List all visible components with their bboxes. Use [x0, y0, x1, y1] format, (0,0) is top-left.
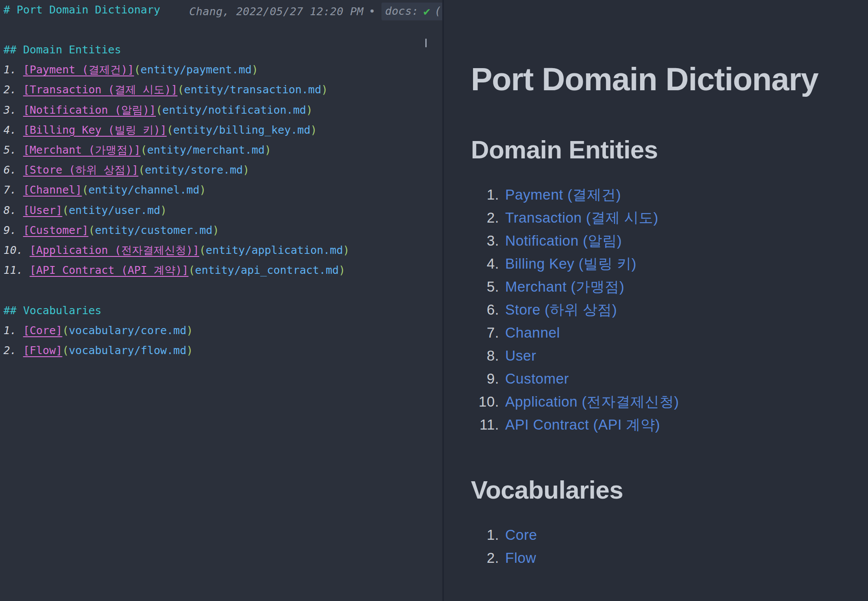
link-target-path[interactable]: entity/notification.md: [162, 104, 306, 116]
link-target-path[interactable]: entity/store.md: [145, 164, 243, 176]
preview-link[interactable]: Application (전자결제신청): [505, 394, 679, 410]
list-number: 7.: [3, 184, 16, 196]
list-number: 1.: [444, 523, 499, 546]
markdown-link[interactable]: [Merchant (가맹점)]: [23, 144, 141, 156]
docs-status-chip[interactable]: docs: ✔ (: [381, 3, 442, 20]
source-blank-line: [3, 280, 349, 300]
preview-link[interactable]: Notification (알림): [505, 233, 622, 249]
source-list-item: 8. [User](entity/user.md): [3, 200, 349, 220]
text-cursor: [425, 39, 427, 47]
source-list-item: 9. [Customer](entity/customer.md): [3, 220, 349, 240]
list-number: 5.: [444, 275, 499, 298]
preview-list-item: 4.Billing Key (빌링 키): [444, 252, 868, 275]
link-target-path[interactable]: vocabulary/core.md: [69, 324, 187, 337]
preview-list-item: 3.Notification (알림): [444, 229, 868, 252]
preview-link[interactable]: Billing Key (빌링 키): [505, 256, 636, 272]
list-number: 10.: [3, 244, 23, 256]
preview-section-heading-vocabularies: Vocabularies: [471, 477, 623, 502]
list-number: 8.: [3, 204, 16, 217]
list-number: 4.: [444, 252, 499, 275]
markdown-link[interactable]: [User]: [23, 204, 62, 217]
list-number: 3.: [444, 229, 499, 252]
paren-close: ): [186, 324, 193, 337]
markdown-preview-pane[interactable]: Port Domain Dictionary Domain Entities 1…: [444, 0, 868, 601]
list-number: 10.: [444, 390, 499, 413]
paren-close: ): [310, 124, 317, 136]
list-number: 9.: [3, 224, 16, 236]
list-number: 5.: [3, 144, 16, 156]
trailing-paren: (: [435, 4, 441, 19]
paren-close: ): [306, 104, 312, 116]
markdown-link[interactable]: [Billing Key (빌링 키)]: [23, 124, 167, 136]
preview-link[interactable]: Core: [505, 527, 537, 543]
markdown-link[interactable]: [Core]: [23, 324, 62, 337]
preview-link[interactable]: Store (하위 상점): [505, 302, 617, 318]
paren-open: (: [62, 324, 69, 337]
markdown-link[interactable]: [Channel]: [23, 184, 82, 196]
markdown-link[interactable]: [Flow]: [23, 344, 62, 357]
markdown-link[interactable]: [Store (하위 상점)]: [23, 164, 138, 176]
check-icon: ✔: [423, 4, 430, 19]
link-target-path[interactable]: entity/user.md: [69, 204, 161, 217]
preview-entity-list: 1.Payment (결제건)2.Transaction (결제 시도)3.No…: [444, 183, 868, 436]
preview-list-item: 10.Application (전자결제신청): [444, 390, 868, 413]
link-target-path[interactable]: entity/api_contract.md: [195, 264, 339, 276]
markdown-link[interactable]: [Transaction (결제 시도)]: [23, 83, 178, 96]
markdown-link[interactable]: [API Contract (API 계약)]: [30, 264, 188, 276]
list-number: 4.: [3, 124, 16, 136]
link-target-path[interactable]: entity/customer.md: [95, 224, 213, 236]
list-number: 2.: [3, 344, 16, 357]
preview-link[interactable]: Payment (결제건): [505, 187, 621, 203]
source-vocabulary-list: 1. [Core](vocabulary/core.md)2. [Flow](v…: [3, 321, 349, 361]
list-number: 2.: [444, 546, 499, 569]
source-entity-list: 1. [Payment (결제건)](entity/payment.md)2. …: [3, 60, 349, 280]
paren-close: ): [186, 344, 193, 357]
h2-marker: ##: [3, 43, 16, 56]
markdown-source-pane[interactable]: # Port Domain Dictionary Chang, 2022/05/…: [0, 0, 442, 601]
list-number: 1.: [3, 63, 16, 76]
preview-list-item: 6.Store (하위 상점): [444, 298, 868, 321]
list-number: 3.: [3, 104, 16, 116]
preview-link[interactable]: API Contract (API 계약): [505, 417, 660, 433]
preview-list-item: 2.Transaction (결제 시도): [444, 206, 868, 229]
source-list-item: 1. [Core](vocabulary/core.md): [3, 321, 349, 341]
preview-link[interactable]: User: [505, 348, 536, 364]
source-body: ## Domain Entities 1. [Payment (결제건)](en…: [3, 40, 349, 361]
doc-meta: Chang, 2022/05/27 12:20 PM • docs: ✔ (: [189, 3, 442, 20]
list-number: 11.: [3, 264, 23, 276]
source-list-item: 1. [Payment (결제건)](entity/payment.md): [3, 60, 349, 80]
source-section-heading-vocabularies: ## Vocabularies: [3, 301, 349, 321]
paren-close: ): [252, 63, 258, 76]
paren-close: ): [243, 164, 250, 176]
markdown-link[interactable]: [Payment (결제건)]: [23, 63, 134, 76]
paren-close: ): [265, 144, 271, 156]
link-target-path[interactable]: entity/billing_key.md: [173, 124, 310, 136]
markdown-link[interactable]: [Notification (알림)]: [23, 104, 156, 116]
preview-list-item: 1.Payment (결제건): [444, 183, 868, 206]
list-number: 1.: [3, 324, 16, 337]
preview-link[interactable]: Transaction (결제 시도): [505, 210, 658, 226]
link-target-path[interactable]: entity/merchant.md: [147, 144, 265, 156]
paren-close: ): [213, 224, 219, 236]
source-list-item: 3. [Notification (알림)](entity/notificati…: [3, 100, 349, 120]
list-number: 2.: [444, 206, 499, 229]
link-target-path[interactable]: entity/transaction.md: [184, 83, 321, 96]
link-target-path[interactable]: entity/payment.md: [141, 63, 252, 76]
list-number: 6.: [444, 298, 499, 321]
paren-open: (: [141, 144, 147, 156]
source-title-line: # Port Domain Dictionary Chang, 2022/05/…: [3, 3, 442, 17]
paren-open: (: [62, 344, 69, 357]
source-list-item: 4. [Billing Key (빌링 키)](entity/billing_k…: [3, 120, 349, 140]
link-target-path[interactable]: vocabulary/flow.md: [69, 344, 187, 357]
paren-open: (: [167, 124, 173, 136]
preview-link[interactable]: Channel: [505, 325, 560, 341]
preview-link[interactable]: Flow: [505, 550, 536, 566]
markdown-link[interactable]: [Application (전자결제신청)]: [30, 244, 199, 256]
preview-link[interactable]: Customer: [505, 371, 569, 387]
link-target-path[interactable]: entity/application.md: [206, 244, 343, 256]
markdown-link[interactable]: [Customer]: [23, 224, 89, 236]
preview-list-item: 5.Merchant (가맹점): [444, 275, 868, 298]
paren-open: (: [89, 224, 95, 236]
link-target-path[interactable]: entity/channel.md: [89, 184, 200, 196]
preview-link[interactable]: Merchant (가맹점): [505, 279, 625, 295]
